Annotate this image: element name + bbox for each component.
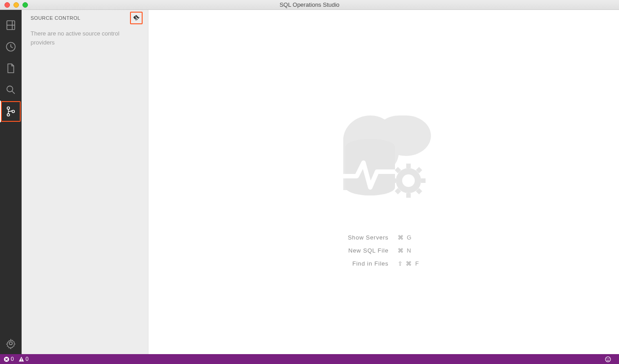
shortcut-key: ⌘ N [398, 247, 420, 254]
activity-bar [0, 10, 22, 354]
source-control-panel: SOURCE CONTROL There are no active sourc… [22, 10, 148, 354]
activity-explorer[interactable] [0, 58, 22, 79]
status-errors[interactable]: 0 [4, 356, 14, 362]
status-feedback[interactable] [605, 356, 611, 362]
svg-rect-25 [21, 360, 22, 360]
close-window-button[interactable] [4, 2, 10, 8]
svg-point-4 [7, 86, 13, 92]
watermark-logo [325, 98, 442, 216]
status-warnings[interactable]: 0 [18, 356, 29, 362]
svg-point-7 [7, 114, 9, 116]
welcome-shortcuts: Show Servers ⌘ G New SQL File ⌘ N Find i… [348, 234, 420, 267]
window-title: SQL Operations Studio [0, 1, 619, 8]
clock-icon [5, 41, 17, 53]
window-controls [0, 2, 28, 8]
activity-settings[interactable] [0, 333, 22, 354]
smiley-icon [605, 356, 611, 362]
svg-point-26 [606, 356, 610, 361]
git-icon [133, 14, 140, 22]
panel-header: SOURCE CONTROL [22, 10, 148, 26]
svg-line-19 [396, 190, 399, 193]
svg-point-10 [345, 139, 395, 155]
svg-line-17 [396, 169, 399, 172]
svg-line-20 [417, 169, 421, 172]
svg-point-27 [607, 358, 608, 359]
activity-servers[interactable] [0, 14, 22, 36]
warning-count: 0 [26, 356, 29, 362]
shortcut-key: ⇧ ⌘ F [398, 260, 420, 267]
search-icon [5, 84, 17, 96]
error-count: 0 [11, 356, 14, 362]
activity-search[interactable] [0, 79, 22, 101]
panel-message: There are no active source control provi… [22, 26, 148, 50]
servers-icon [5, 19, 17, 31]
shortcut-key: ⌘ G [398, 234, 420, 241]
source-control-icon [5, 106, 17, 117]
shortcut-label: New SQL File [348, 247, 389, 254]
svg-line-5 [12, 91, 15, 94]
status-bar: 0 0 [0, 354, 619, 364]
svg-point-9 [9, 342, 13, 345]
editor-area: Show Servers ⌘ G New SQL File ⌘ N Find i… [148, 10, 619, 354]
svg-point-6 [7, 107, 9, 109]
minimize-window-button[interactable] [13, 2, 19, 8]
svg-line-18 [417, 190, 421, 193]
shortcut-label: Show Servers [348, 234, 389, 241]
titlebar: SQL Operations Studio [0, 0, 619, 10]
svg-point-28 [609, 358, 610, 359]
svg-rect-24 [21, 358, 22, 360]
activity-source-control[interactable] [0, 101, 22, 122]
shortcut-label: Find in Files [348, 260, 389, 267]
initialize-repository-button[interactable] [130, 12, 143, 24]
error-icon [4, 356, 9, 362]
svg-point-12 [402, 174, 415, 187]
panel-title: SOURCE CONTROL [31, 15, 81, 21]
warning-icon [18, 356, 24, 362]
zoom-window-button[interactable] [22, 2, 28, 8]
activity-task-history[interactable] [0, 36, 22, 58]
gear-icon [5, 337, 17, 349]
file-icon [5, 62, 17, 74]
